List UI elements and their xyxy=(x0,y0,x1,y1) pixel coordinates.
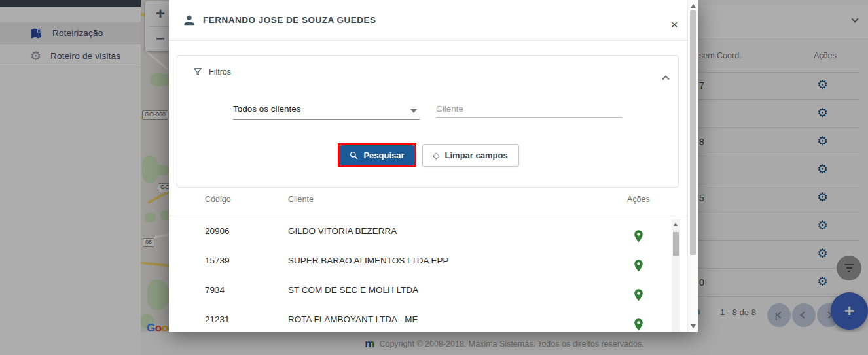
list-scrollbar xyxy=(672,219,680,332)
client-code: 7934 xyxy=(205,285,225,295)
search-icon xyxy=(350,151,358,160)
divider xyxy=(169,216,687,216)
close-icon[interactable]: × xyxy=(666,17,682,33)
client-name: SUPER BARAO ALIMENTOS LTDA EPP xyxy=(288,256,449,265)
client-row: 15739 SUPER BARAO ALIMENTOS LTDA EPP xyxy=(169,246,672,276)
app-page: Roteirização ⚙ Roteiro de visitas GO-060… xyxy=(0,0,868,355)
client-row: 7934 ST COM DE SEC E MOLH LTDA xyxy=(169,276,672,305)
client-type-selected-value: Todos os clientes xyxy=(233,100,420,114)
client-name-input[interactable] xyxy=(436,100,623,118)
client-code: 21231 xyxy=(205,314,230,324)
clear-button-label: Limpar campos xyxy=(445,150,508,160)
scroll-up-arrow-icon[interactable] xyxy=(691,4,696,8)
map-pin-icon[interactable] xyxy=(634,230,643,243)
modal-title: FERNANDO JOSE DE SOUZA GUEDES xyxy=(203,15,376,25)
chevron-up-icon xyxy=(662,75,669,82)
client-name-field xyxy=(436,100,623,120)
client-code: 15739 xyxy=(205,256,230,265)
scroll-up-arrow-icon[interactable] xyxy=(674,223,678,226)
search-button[interactable]: Pesquisar xyxy=(340,145,414,165)
search-button-label: Pesquisar xyxy=(363,150,404,160)
filters-header: Filtros xyxy=(193,67,231,76)
client-row: 21231 ROTA FLAMBOYANT LTDA - ME xyxy=(169,305,672,332)
clear-fields-button[interactable]: ◇ Limpar campos xyxy=(422,144,519,167)
modal-header: FERNANDO JOSE DE SOUZA GUEDES xyxy=(169,0,687,41)
map-pin-icon[interactable] xyxy=(634,289,643,301)
client-list: 20906 GILDO VITORIA BEZERRA 15739 SUPER … xyxy=(169,217,672,332)
modal-scrollbar xyxy=(687,0,698,332)
filter-funnel-icon xyxy=(193,67,202,76)
scrollbar-thumb[interactable] xyxy=(673,232,679,256)
client-row: 20906 GILDO VITORIA BEZERRA xyxy=(169,217,672,246)
client-selection-modal: FERNANDO JOSE DE SOUZA GUEDES × Filtros … xyxy=(169,0,698,332)
clear-diamond-icon: ◇ xyxy=(433,150,440,160)
column-header-codigo: Código xyxy=(205,195,231,204)
filters-actions: Pesquisar ◇ Limpar campos xyxy=(177,143,679,167)
scrollbar-thumb[interactable] xyxy=(690,10,696,255)
person-icon xyxy=(183,14,195,26)
filters-title: Filtros xyxy=(209,67,231,76)
column-header-acoes: Ações xyxy=(627,195,650,204)
map-pin-icon[interactable] xyxy=(634,318,643,331)
filters-card: Filtros Todos os clientes xyxy=(177,55,679,188)
click-annotation-highlight: Pesquisar xyxy=(338,143,416,167)
collapse-filters-button[interactable] xyxy=(660,70,671,87)
column-header-cliente: Cliente xyxy=(288,195,314,204)
scroll-down-arrow-icon[interactable] xyxy=(691,324,696,328)
client-name: ST COM DE SEC E MOLH LTDA xyxy=(288,285,418,295)
map-pin-icon[interactable] xyxy=(634,260,643,272)
dropdown-arrow-icon xyxy=(410,109,417,113)
client-type-select[interactable]: Todos os clientes xyxy=(233,100,420,120)
client-name: GILDO VITORIA BEZERRA xyxy=(288,226,397,236)
client-code: 20906 xyxy=(205,226,230,236)
client-name: ROTA FLAMBOYANT LTDA - ME xyxy=(288,314,418,324)
